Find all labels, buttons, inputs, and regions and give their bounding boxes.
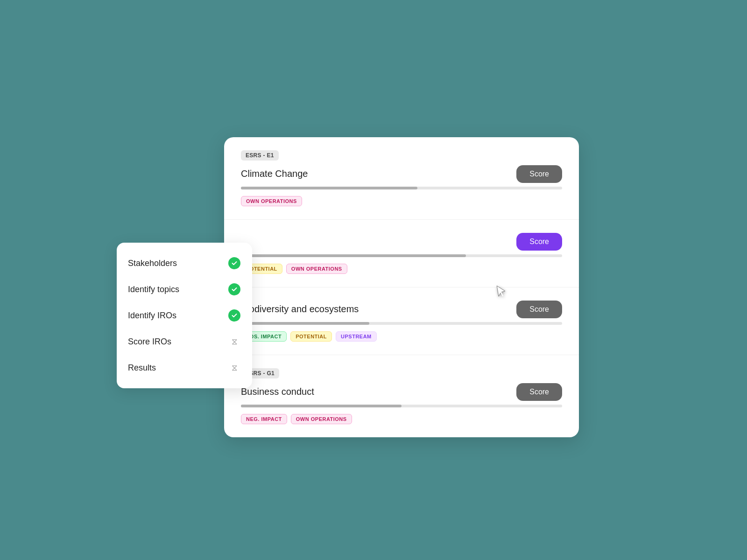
topic-title-2: Biodiversity and ecosystems (241, 304, 359, 315)
tags-3: NEG. IMPACT OWN OPERATIONS (241, 414, 562, 424)
sidebar-item-identify-iros[interactable]: Identify IROs (117, 302, 252, 329)
sidebar-item-identify-topics-label: Identify topics (128, 285, 179, 294)
topic-title: Climate Change (241, 168, 308, 179)
progress-bar-container-2 (241, 322, 562, 325)
tags-1: POTENTIAL OWN OPERATIONS (241, 264, 562, 274)
tags-2: POS. IMPACT POTENTIAL UPSTREAM (241, 331, 562, 342)
main-card: ESRS - E1 Climate Change Score OWN OPERA… (224, 137, 579, 437)
progress-bar-container-1 (241, 254, 562, 257)
tag-neg-impact: NEG. IMPACT (241, 414, 287, 424)
esrs-badge: ESRS - E1 (241, 150, 279, 161)
sidebar-item-stakeholders[interactable]: Stakeholders (117, 250, 252, 276)
score-button-1[interactable]: Score (516, 233, 562, 251)
progress-bar-container-0 (241, 187, 562, 189)
tag-potential-2: POTENTIAL (290, 331, 332, 342)
topic-row-2: Biodiversity and ecosystems Score POS. I… (224, 287, 579, 355)
sidebar-item-score-iros-label: Score IROs (128, 337, 171, 347)
sidebar-item-results-label: Results (128, 363, 156, 373)
topic-row-1: Score POTENTIAL OWN OPERATIONS (224, 220, 579, 287)
check-icon-identify-iros (228, 309, 241, 322)
sidebar-item-results[interactable]: Results ⧖ (117, 355, 252, 381)
check-icon-stakeholders (228, 257, 241, 270)
progress-bar-container-3 (241, 405, 562, 407)
score-button-0[interactable]: Score (516, 165, 562, 183)
tag-own-operations-1: OWN OPERATIONS (286, 264, 347, 274)
progress-bar-3 (241, 405, 402, 407)
page-container: ESRS - E1 Climate Change Score OWN OPERA… (0, 0, 747, 560)
topic-title-3: Business conduct (241, 386, 314, 397)
score-button-2[interactable]: Score (516, 301, 562, 318)
progress-bar-1 (241, 254, 466, 257)
sidebar-item-identify-topics[interactable]: Identify topics (117, 276, 252, 302)
topic-row-3: ESRS - G1 Business conduct Score NEG. IM… (224, 355, 579, 437)
topic-row: ESRS - E1 Climate Change Score OWN OPERA… (224, 137, 579, 220)
tag-upstream: UPSTREAM (336, 331, 377, 342)
tag-own-operations-3: OWN OPERATIONS (291, 414, 352, 424)
hourglass-icon-score-iros: ⧖ (228, 335, 241, 348)
check-icon-identify-topics (228, 283, 241, 296)
sidebar-item-stakeholders-label: Stakeholders (128, 259, 177, 268)
tags-0: OWN OPERATIONS (241, 196, 562, 206)
tag-own-operations-0: OWN OPERATIONS (241, 196, 302, 206)
sidebar-item-identify-iros-label: Identify IROs (128, 311, 176, 321)
progress-bar-0 (241, 187, 417, 189)
sidebar-item-score-iros[interactable]: Score IROs ⧖ (117, 329, 252, 355)
hourglass-icon-results: ⧖ (228, 361, 241, 374)
score-button-3[interactable]: Score (516, 383, 562, 401)
progress-bar-2 (241, 322, 369, 325)
sidebar-menu: Stakeholders Identify topics Ide (117, 243, 252, 388)
